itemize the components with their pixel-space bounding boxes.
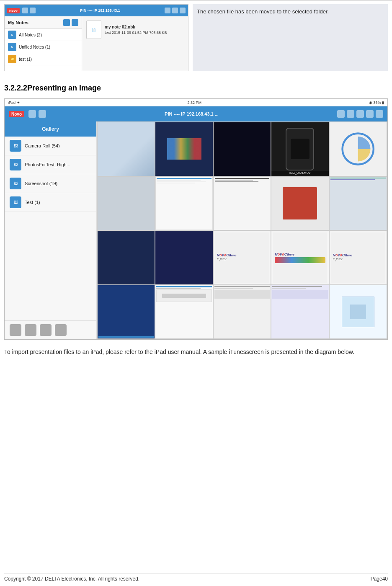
mini-sidebar-item-label-2: Unfiled Notes (1) — [19, 45, 50, 49]
large-sidebar-label-2: PhotosForTest_High... — [25, 162, 70, 167]
gallery-cell-9[interactable] — [271, 177, 328, 230]
large-sidebar-bottom — [5, 320, 96, 339]
gallery-cell-12[interactable] — [155, 231, 212, 284]
mini-sidebar-header-icons — [63, 19, 78, 26]
large-topbar: Novo PIN ---- IP 192.168.43.1 ... — [5, 106, 387, 121]
mini-right-icon-2 — [172, 8, 178, 13]
large-ipad-screenshot: iPad ✦ 2:32 PM ◉ 36% ▮ Novo PIN ---- IP … — [4, 98, 388, 340]
large-right-clip[interactable] — [347, 110, 354, 118]
large-sidebar-bottom-icon-2[interactable] — [25, 324, 36, 336]
gallery-grid: IMG_0004.MOV — [97, 121, 387, 339]
large-sidebar-bottom-icon-1[interactable] — [10, 324, 21, 336]
mini-icon-2 — [30, 8, 36, 13]
large-right-trash[interactable] — [356, 110, 364, 118]
gallery-cell-16[interactable] — [98, 285, 155, 339]
mini-sidebar-header: My Notes — [5, 16, 82, 29]
large-sidebar-camera-roll[interactable]: 🖼 Camera Roll (54) — [5, 137, 96, 155]
large-sidebar-label-3: Screenshot (19) — [25, 181, 57, 186]
top-section: Novo PIN ---- IP 192.168.43.1 My Notes — [0, 1, 392, 75]
gallery-cell-4[interactable]: IMG_0004.MOV — [271, 122, 328, 176]
large-icon-screen[interactable] — [28, 110, 36, 118]
mini-logo: Novo — [7, 8, 20, 13]
large-sidebar-icon-1: 🖼 — [10, 140, 21, 152]
gallery-cell-4-label: IMG_0004.MOV — [271, 171, 328, 175]
gallery-cell-18[interactable] — [214, 285, 271, 339]
section-heading: 3.2.2.2Presenting an image — [4, 84, 388, 93]
gallery-cell-17[interactable] — [155, 285, 212, 339]
large-sidebar-bottom-icon-4[interactable] — [55, 324, 67, 336]
mini-sidebar-title: My Notes — [8, 20, 28, 25]
mini-sidebar-item-icon-2: N — [8, 43, 16, 51]
large-sidebar-screenshot[interactable]: 🖼 Screenshot (19) — [5, 174, 96, 193]
gallery-cell-20[interactable] — [330, 285, 387, 339]
gallery-cell-19[interactable] — [271, 285, 328, 339]
mini-sidebar-item-icon-3: 📁 — [8, 55, 16, 63]
large-sidebar-header: Gallery — [5, 121, 96, 137]
gallery-cell-8[interactable] — [214, 177, 271, 230]
mini-sidebar-item-test[interactable]: 📁 test (1) — [5, 53, 82, 65]
gallery-cell-13[interactable]: NovoCanne Printer — [214, 231, 271, 284]
mini-sidebar-item-icon-1: N — [8, 31, 16, 39]
mini-sidebar-item-allnotes[interactable]: N All Notes (2) — [5, 29, 82, 41]
gallery-cell-14[interactable]: NovoCanne — [271, 231, 328, 284]
large-topbar-right — [337, 110, 383, 118]
gallery-cell-10[interactable] — [330, 177, 387, 230]
gallery-cell-2[interactable] — [155, 122, 212, 176]
mini-file-name: my note 02.nbk — [105, 24, 167, 30]
mini-sidebar-item-unfiled[interactable]: N Unfiled Notes (1) — [5, 41, 82, 53]
large-sidebar-test[interactable]: 🖼 Test (1) — [5, 193, 96, 212]
status-bar-right: ◉ 36% ▮ — [369, 101, 384, 105]
footer: Copyright © 2017 DELTA Electronics, Inc.… — [4, 573, 388, 582]
large-right-gear[interactable] — [376, 110, 383, 118]
gallery-cell-1[interactable] — [98, 122, 155, 176]
mini-topbar-icons — [22, 8, 36, 13]
mini-file-item: 📄 my note 02.nbk test 2015-11-09 01:52 P… — [86, 21, 167, 39]
large-sidebar-photos-for-test[interactable]: 🖼 PhotosForTest_High... — [5, 155, 96, 174]
large-sidebar-icon-2: 🖼 — [10, 159, 21, 170]
large-right-pause[interactable] — [337, 110, 345, 118]
gallery-cell-7[interactable] — [155, 177, 212, 230]
large-sidebar: Gallery 🖼 Camera Roll (54) 🖼 PhotosForTe… — [5, 121, 97, 339]
large-sidebar-bottom-icon-3[interactable] — [40, 324, 52, 336]
mini-add-icon[interactable] — [63, 19, 70, 26]
ipad-status-bar: iPad ✦ 2:32 PM ◉ 36% ▮ — [5, 99, 387, 106]
large-ipad-frame: iPad ✦ 2:32 PM ◉ 36% ▮ Novo PIN ---- IP … — [5, 99, 387, 339]
footer-copyright: Copyright © 2017 DELTA Electronics, Inc.… — [4, 576, 139, 582]
mini-ipad-frame: Novo PIN ---- IP 192.168.43.1 My Notes — [5, 5, 188, 71]
mini-file-icon: 📄 — [86, 21, 101, 39]
large-icon-search[interactable] — [39, 110, 46, 118]
body-text: To import presentation files to an iPad,… — [4, 347, 388, 356]
mini-right-icon-3 — [180, 8, 186, 13]
mini-ipad-body: My Notes N All Notes (2) N Unfiled Notes… — [5, 16, 188, 71]
mini-topbar-right — [165, 8, 186, 13]
gallery-cell-3[interactable] — [214, 122, 271, 176]
description-text: The chosen file has been moved to the se… — [197, 8, 329, 15]
large-sidebar-icon-4: 🖼 — [10, 196, 21, 208]
large-sidebar-icon-3: 🖼 — [10, 178, 21, 189]
description-panel: The chosen file has been moved to the se… — [193, 4, 388, 71]
large-topbar-pinip: PIN ---- IP 192.168.43.1 ... — [49, 111, 334, 116]
gallery-cell-5[interactable] — [330, 122, 387, 176]
mini-sidebar-item-label-1: All Notes (2) — [19, 33, 42, 37]
large-topbar-icons — [28, 110, 46, 118]
large-ipad-body: Gallery 🖼 Camera Roll (54) 🖼 PhotosForTe… — [5, 121, 387, 339]
mini-ipad-screenshot: Novo PIN ---- IP 192.168.43.1 My Notes — [4, 4, 188, 71]
mini-right-icon-1 — [165, 8, 170, 13]
gallery-cell-6[interactable] — [98, 177, 155, 230]
mini-edit-icon[interactable] — [72, 19, 78, 26]
gallery-cell-15[interactable]: NovoCanne Printer — [330, 231, 387, 284]
status-bar-left: iPad ✦ — [8, 101, 20, 105]
large-sidebar-label-4: Test (1) — [25, 200, 40, 205]
mini-topbar-pinip: PIN ---- IP 192.168.43.1 — [38, 8, 162, 13]
large-sidebar-label-1: Camera Roll (54) — [25, 143, 60, 148]
mini-sidebar: My Notes N All Notes (2) N Unfiled Notes… — [5, 16, 82, 71]
mini-sidebar-item-label-3: test (1) — [19, 57, 32, 62]
mini-content: 📄 my note 02.nbk test 2015-11-09 01:52 P… — [82, 16, 188, 71]
mini-file-meta: test 2015-11-09 01:52 PM 703.68 KB — [105, 30, 167, 36]
gallery-cell-11[interactable] — [98, 231, 155, 284]
mini-topbar: Novo PIN ---- IP 192.168.43.1 — [5, 5, 188, 16]
status-bar-center: 2:32 PM — [187, 101, 201, 105]
large-right-grid[interactable] — [366, 110, 374, 118]
mini-icon-1 — [22, 8, 28, 13]
footer-page: Page40 — [371, 576, 388, 582]
